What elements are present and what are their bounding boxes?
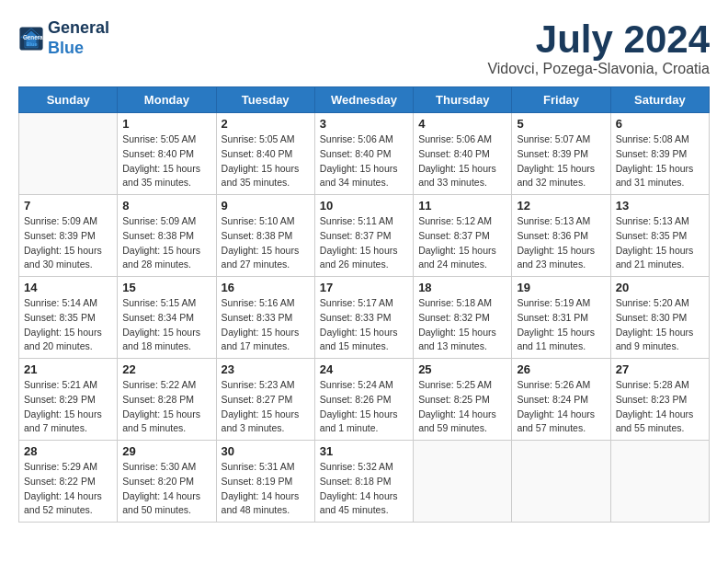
month-title: July 2024: [487, 18, 710, 61]
day-number: 10: [320, 199, 408, 213]
day-cell-5: 5Sunrise: 5:07 AM Sunset: 8:39 PM Daylig…: [512, 113, 610, 195]
day-cell-30: 30Sunrise: 5:31 AM Sunset: 8:19 PM Dayli…: [216, 441, 314, 523]
day-number: 21: [24, 362, 112, 376]
day-info: Sunrise: 5:13 AM Sunset: 8:36 PM Dayligh…: [517, 214, 605, 272]
day-info: Sunrise: 5:16 AM Sunset: 8:33 PM Dayligh…: [222, 296, 310, 354]
day-number: 15: [122, 281, 210, 294]
day-cell-20: 20Sunrise: 5:20 AM Sunset: 8:30 PM Dayli…: [610, 277, 709, 359]
day-number: 19: [517, 281, 605, 294]
day-number: 6: [616, 117, 704, 131]
weekday-header-monday: Monday: [118, 87, 216, 113]
logo-line2: Blue: [48, 39, 84, 57]
week-row-3: 14Sunrise: 5:14 AM Sunset: 8:35 PM Dayli…: [19, 277, 710, 359]
day-cell-3: 3Sunrise: 5:06 AM Sunset: 8:40 PM Daylig…: [314, 113, 413, 195]
day-number: 3: [320, 117, 408, 131]
empty-cell: [19, 113, 118, 195]
logo-icon: General Blue: [18, 26, 44, 52]
day-info: Sunrise: 5:20 AM Sunset: 8:30 PM Dayligh…: [616, 296, 704, 354]
day-cell-17: 17Sunrise: 5:17 AM Sunset: 8:33 PM Dayli…: [314, 277, 413, 359]
day-cell-31: 31Sunrise: 5:32 AM Sunset: 8:18 PM Dayli…: [314, 441, 413, 523]
day-number: 23: [222, 362, 310, 376]
day-cell-18: 18Sunrise: 5:18 AM Sunset: 8:32 PM Dayli…: [414, 277, 512, 359]
day-info: Sunrise: 5:17 AM Sunset: 8:33 PM Dayligh…: [320, 296, 408, 354]
day-number: 18: [418, 281, 506, 294]
day-cell-10: 10Sunrise: 5:11 AM Sunset: 8:37 PM Dayli…: [314, 195, 413, 277]
day-info: Sunrise: 5:05 AM Sunset: 8:40 PM Dayligh…: [122, 132, 210, 190]
day-info: Sunrise: 5:25 AM Sunset: 8:25 PM Dayligh…: [418, 378, 506, 436]
day-cell-22: 22Sunrise: 5:22 AM Sunset: 8:28 PM Dayli…: [118, 359, 216, 441]
day-info: Sunrise: 5:05 AM Sunset: 8:40 PM Dayligh…: [222, 132, 310, 190]
day-number: 17: [320, 281, 408, 294]
calendar-body: 1Sunrise: 5:05 AM Sunset: 8:40 PM Daylig…: [19, 113, 710, 523]
day-info: Sunrise: 5:06 AM Sunset: 8:40 PM Dayligh…: [320, 132, 408, 190]
day-cell-14: 14Sunrise: 5:14 AM Sunset: 8:35 PM Dayli…: [19, 277, 118, 359]
day-info: Sunrise: 5:12 AM Sunset: 8:37 PM Dayligh…: [418, 214, 506, 272]
day-info: Sunrise: 5:21 AM Sunset: 8:29 PM Dayligh…: [24, 378, 112, 436]
day-cell-23: 23Sunrise: 5:23 AM Sunset: 8:27 PM Dayli…: [216, 359, 314, 441]
logo-line1: General: [48, 18, 109, 37]
day-info: Sunrise: 5:31 AM Sunset: 8:19 PM Dayligh…: [222, 460, 310, 518]
day-info: Sunrise: 5:06 AM Sunset: 8:40 PM Dayligh…: [418, 132, 506, 190]
day-number: 13: [616, 199, 704, 213]
day-info: Sunrise: 5:24 AM Sunset: 8:26 PM Dayligh…: [320, 378, 408, 436]
weekday-header-tuesday: Tuesday: [216, 87, 314, 113]
day-number: 2: [222, 117, 310, 131]
calendar-header: SundayMondayTuesdayWednesdayThursdayFrid…: [19, 87, 710, 113]
day-cell-28: 28Sunrise: 5:29 AM Sunset: 8:22 PM Dayli…: [19, 441, 118, 523]
day-info: Sunrise: 5:30 AM Sunset: 8:20 PM Dayligh…: [122, 460, 210, 518]
day-info: Sunrise: 5:28 AM Sunset: 8:23 PM Dayligh…: [616, 378, 704, 436]
day-cell-27: 27Sunrise: 5:28 AM Sunset: 8:23 PM Dayli…: [610, 359, 709, 441]
day-info: Sunrise: 5:22 AM Sunset: 8:28 PM Dayligh…: [122, 378, 210, 436]
day-number: 29: [122, 444, 210, 458]
day-number: 9: [222, 199, 310, 213]
day-info: Sunrise: 5:32 AM Sunset: 8:18 PM Dayligh…: [320, 460, 408, 518]
day-cell-16: 16Sunrise: 5:16 AM Sunset: 8:33 PM Dayli…: [216, 277, 314, 359]
day-number: 27: [616, 362, 704, 376]
empty-cell: [512, 441, 610, 523]
day-number: 7: [24, 199, 112, 213]
day-number: 16: [222, 281, 310, 294]
day-cell-1: 1Sunrise: 5:05 AM Sunset: 8:40 PM Daylig…: [118, 113, 216, 195]
day-cell-15: 15Sunrise: 5:15 AM Sunset: 8:34 PM Dayli…: [118, 277, 216, 359]
logo-text: General Blue: [48, 18, 109, 58]
day-number: 30: [222, 444, 310, 458]
day-cell-6: 6Sunrise: 5:08 AM Sunset: 8:39 PM Daylig…: [610, 113, 709, 195]
day-info: Sunrise: 5:07 AM Sunset: 8:39 PM Dayligh…: [517, 132, 605, 190]
day-info: Sunrise: 5:09 AM Sunset: 8:38 PM Dayligh…: [122, 214, 210, 272]
day-number: 20: [616, 281, 704, 294]
day-number: 28: [24, 444, 112, 458]
day-info: Sunrise: 5:09 AM Sunset: 8:39 PM Dayligh…: [24, 214, 112, 272]
day-info: Sunrise: 5:11 AM Sunset: 8:37 PM Dayligh…: [320, 214, 408, 272]
day-cell-24: 24Sunrise: 5:24 AM Sunset: 8:26 PM Dayli…: [314, 359, 413, 441]
week-row-4: 21Sunrise: 5:21 AM Sunset: 8:29 PM Dayli…: [19, 359, 710, 441]
day-number: 24: [320, 362, 408, 376]
week-row-5: 28Sunrise: 5:29 AM Sunset: 8:22 PM Dayli…: [19, 441, 710, 523]
day-cell-21: 21Sunrise: 5:21 AM Sunset: 8:29 PM Dayli…: [19, 359, 118, 441]
day-cell-19: 19Sunrise: 5:19 AM Sunset: 8:31 PM Dayli…: [512, 277, 610, 359]
day-info: Sunrise: 5:14 AM Sunset: 8:35 PM Dayligh…: [24, 296, 112, 354]
weekday-header-sunday: Sunday: [19, 87, 118, 113]
day-info: Sunrise: 5:08 AM Sunset: 8:39 PM Dayligh…: [616, 132, 704, 190]
calendar-table: SundayMondayTuesdayWednesdayThursdayFrid…: [18, 86, 710, 523]
day-number: 5: [517, 117, 605, 131]
location-title: Vidovci, Pozega-Slavonia, Croatia: [487, 61, 710, 77]
weekday-header-friday: Friday: [512, 87, 610, 113]
week-row-2: 7Sunrise: 5:09 AM Sunset: 8:39 PM Daylig…: [19, 195, 710, 277]
day-number: 12: [517, 199, 605, 213]
svg-text:General: General: [23, 34, 44, 40]
day-cell-2: 2Sunrise: 5:05 AM Sunset: 8:40 PM Daylig…: [216, 113, 314, 195]
weekday-header-thursday: Thursday: [414, 87, 512, 113]
title-area: July 2024 Vidovci, Pozega-Slavonia, Croa…: [487, 18, 710, 77]
day-cell-4: 4Sunrise: 5:06 AM Sunset: 8:40 PM Daylig…: [414, 113, 512, 195]
day-number: 11: [418, 199, 506, 213]
day-cell-7: 7Sunrise: 5:09 AM Sunset: 8:39 PM Daylig…: [19, 195, 118, 277]
day-number: 8: [122, 199, 210, 213]
weekday-header-wednesday: Wednesday: [314, 87, 413, 113]
day-number: 14: [24, 281, 112, 294]
empty-cell: [414, 441, 512, 523]
day-number: 26: [517, 362, 605, 376]
header: General Blue General Blue July 2024 Vido…: [18, 18, 710, 77]
empty-cell: [610, 441, 709, 523]
day-info: Sunrise: 5:18 AM Sunset: 8:32 PM Dayligh…: [418, 296, 506, 354]
day-cell-13: 13Sunrise: 5:13 AM Sunset: 8:35 PM Dayli…: [610, 195, 709, 277]
